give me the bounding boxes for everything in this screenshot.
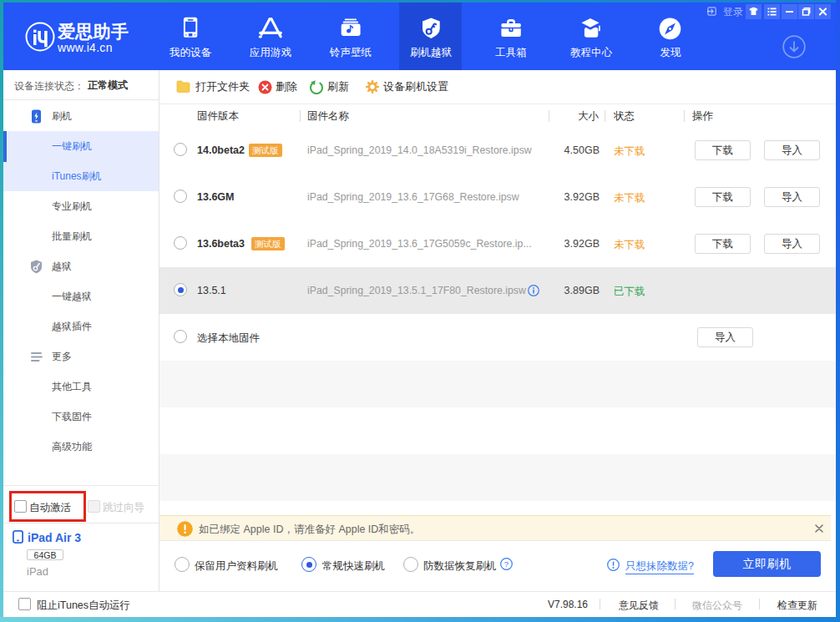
svg-text:?: ? (504, 559, 509, 569)
